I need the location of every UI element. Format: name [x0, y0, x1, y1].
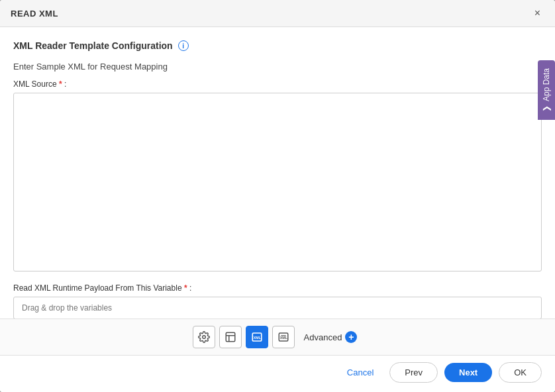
runtime-payload-label-row: Read XML Runtime Payload From This Varia… — [13, 283, 542, 293]
toolbar-row: XML XML Advanced + — [0, 318, 555, 355]
close-button[interactable]: × — [530, 7, 544, 20]
advanced-label: Advanced — [304, 332, 342, 342]
info-icon[interactable]: i — [178, 40, 189, 51]
xml-alt-icon: XML — [278, 331, 289, 343]
modal-header: READ XML × — [0, 0, 555, 27]
next-button[interactable]: Next — [444, 363, 492, 382]
xml-source-colon: : — [64, 79, 66, 89]
xml-active-icon-button[interactable]: XML — [246, 326, 268, 348]
advanced-button[interactable]: Advanced + — [299, 328, 363, 346]
runtime-payload-colon: : — [189, 283, 191, 293]
template-icon — [225, 331, 236, 343]
footer-row: Cancel Prev Next OK — [0, 355, 555, 392]
prev-button[interactable]: Prev — [389, 362, 438, 383]
svg-text:XML: XML — [279, 336, 287, 340]
drag-drop-input[interactable] — [13, 297, 542, 318]
section-title-row: XML Reader Template Configuration i — [13, 40, 542, 51]
runtime-payload-required: * — [184, 283, 187, 293]
modal-body: ❯ App Data XML Reader Template Configura… — [0, 27, 555, 318]
svg-point-0 — [202, 336, 205, 339]
ok-button[interactable]: OK — [499, 362, 542, 383]
settings-icon-button[interactable] — [193, 326, 215, 348]
app-data-label: App Data — [542, 68, 551, 101]
modal-title: READ XML — [11, 9, 58, 19]
app-data-tab[interactable]: ❯ App Data — [538, 60, 555, 120]
modal-overlay: READ XML × ❯ App Data XML Reader Templat… — [0, 0, 555, 392]
template-icon-button[interactable] — [219, 326, 242, 348]
xml-source-required: * — [59, 79, 62, 89]
xml-source-textarea[interactable] — [13, 93, 542, 271]
advanced-plus-icon: + — [345, 331, 357, 343]
svg-text:XML: XML — [253, 336, 261, 340]
xml-alt-icon-button[interactable]: XML — [272, 326, 295, 348]
subtitle: Enter Sample XML for Request Mapping — [13, 62, 542, 72]
xml-source-label-row: XML Source * : — [13, 79, 542, 89]
app-data-chevron: ❯ — [542, 105, 551, 112]
runtime-payload-label: Read XML Runtime Payload From This Varia… — [13, 283, 182, 293]
xml-active-icon: XML — [251, 331, 263, 343]
modal: READ XML × ❯ App Data XML Reader Templat… — [0, 0, 555, 392]
svg-rect-1 — [226, 332, 235, 342]
settings-icon — [198, 331, 210, 343]
section-title-text: XML Reader Template Configuration — [13, 40, 173, 51]
cancel-button[interactable]: Cancel — [338, 363, 383, 382]
xml-source-label: XML Source — [13, 79, 57, 89]
runtime-payload-field: Read XML Runtime Payload From This Varia… — [13, 283, 542, 318]
